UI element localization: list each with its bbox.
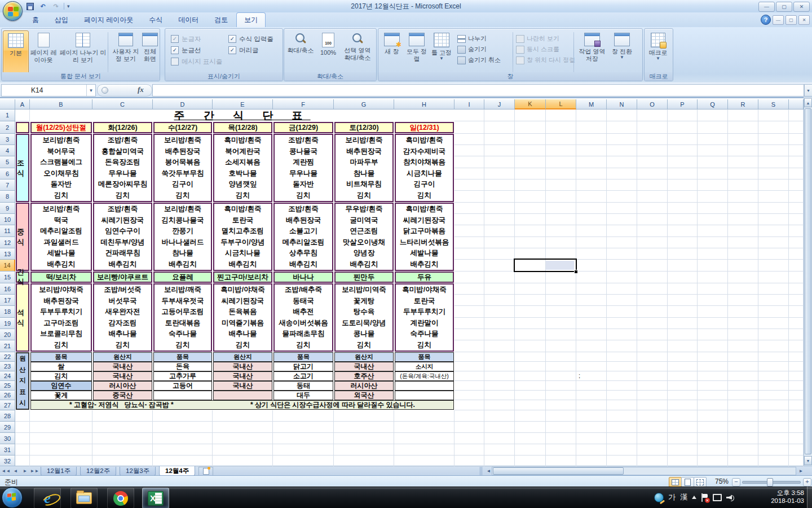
row-header-14[interactable]: 14 [0, 260, 15, 271]
row-header-3[interactable]: 3 [0, 134, 15, 145]
row-header-1[interactable]: 1 [0, 110, 15, 121]
normal-view-button[interactable]: 기본 [3, 30, 29, 75]
origin-item-cell[interactable]: 꽃게 [30, 391, 92, 400]
row-header-29[interactable]: 29 [0, 422, 15, 433]
hscroll-right-icon[interactable]: ► [796, 467, 806, 475]
origin-extra-cell[interactable]: 소시지 [395, 362, 454, 371]
column-header-S[interactable]: S [758, 99, 789, 110]
origin-item-cell[interactable]: 쌀 [30, 362, 92, 371]
day-header-cell[interactable]: 목(12/28) [213, 122, 272, 133]
name-box-dropdown-icon[interactable]: ▼ [86, 85, 95, 96]
arrange-all-button[interactable]: 모두 정렬 [404, 30, 429, 73]
sheet-tab-12월3주[interactable]: 12월3주 [120, 466, 156, 476]
row-header-17[interactable]: 17 [0, 295, 15, 306]
column-header-L[interactable]: L [546, 99, 576, 110]
ribbon-tab-보기[interactable]: 보기 [236, 12, 266, 27]
menu-cell[interactable]: 조밥/흰죽홍합살미역국돈육장조림무우나물메론장아찌무침김치 [93, 134, 152, 202]
zoom-100-button[interactable]: 100 100% [316, 30, 341, 73]
origin-extra-cell[interactable]: (돈육/계육:국내산) [395, 371, 454, 381]
workbook-minimize-icon[interactable]: — [773, 15, 784, 25]
column-header-N[interactable]: N [607, 99, 637, 110]
day-header-cell[interactable]: 일(12/31) [395, 122, 454, 133]
day-header-cell[interactable]: 월(12/25)성탄절 [30, 122, 92, 133]
ribbon-tab-데이터[interactable]: 데이터 [171, 13, 206, 27]
menu-cell[interactable]: 보리밥/흰죽북어무국스크램블에그오이채무침돌자반김치 [30, 134, 92, 202]
menu-cell[interactable]: 조밥/배추죽동태국배추전새송이버섯볶음물파래초무침김치 [273, 283, 333, 352]
page-break-preview-button[interactable]: 페이지 나누기 미리 보기 [59, 30, 107, 73]
menu-cell[interactable]: 흑미밥/흰죽씨레기된장국닭고구마볶음느타리버섯볶음세발나물배추김치 [395, 203, 454, 271]
snack-cell[interactable]: 찐만두 [334, 271, 394, 283]
cell-A2[interactable] [16, 122, 29, 133]
freeze-panes-button[interactable]: 틀 고정 ▼ [429, 30, 454, 73]
origin-value-cell[interactable]: 국내산 [93, 362, 152, 371]
menu-cell[interactable]: 보리밥/흰죽김치콩나물국깐풍기바나나샐러드참나물배추김치 [153, 203, 212, 271]
menu-cell[interactable]: 조밥/흰죽배추된장국소불고기메추리알조림상추무침배추김치 [273, 203, 333, 271]
origin-item-cell[interactable]: 닭고기 [273, 362, 333, 371]
menu-cell[interactable]: 무우밥/흰죽굴미역국연근조림맛살오이냉채양념장배추김치 [334, 203, 394, 271]
speaker-icon[interactable] [726, 493, 734, 501]
taskbar-ie-button[interactable]: e [34, 488, 61, 508]
menu-cell[interactable]: 보리밥/흰죽떡국메추리알조림과일샐러드세발나물배추김치 [30, 203, 92, 271]
row-header-32[interactable]: 32 [0, 456, 15, 467]
maximize-icon[interactable]: ▢ [776, 2, 792, 12]
row-header-19[interactable]: 19 [0, 318, 15, 329]
row-header-9[interactable]: 9 [0, 203, 15, 214]
row-header-21[interactable]: 21 [0, 340, 15, 352]
new-window-button[interactable]: 새 창 [379, 30, 404, 73]
workbook-close-icon[interactable]: ✕ [798, 15, 810, 25]
column-header-C[interactable]: C [92, 99, 153, 110]
zoom-level[interactable]: 75% [708, 478, 729, 485]
menu-cell[interactable]: 보리밥/깨죽두부새우젓국고등어무조림토란대볶음숙주나물김치 [153, 283, 212, 352]
menu-cell[interactable]: 조밥/흰죽씨레기된장국임연수구이데친두부/양념건파래무침배추김치 [93, 203, 152, 271]
origin-header-cell[interactable]: 원산지 [93, 352, 152, 362]
snack-cell[interactable]: 두유 [395, 271, 454, 283]
checkbox-메시지 표시줄[interactable]: 메시지 표시줄 [171, 56, 222, 67]
window-small-나누기[interactable]: 나누기 [457, 33, 501, 44]
origin-value-cell[interactable] [213, 391, 272, 400]
taskbar-explorer-button[interactable] [70, 488, 98, 508]
column-header-R[interactable]: R [728, 99, 758, 110]
column-header-B[interactable]: B [30, 99, 92, 110]
ribbon-tab-페이지 레이아웃[interactable]: 페이지 레이아웃 [77, 13, 140, 27]
row-header-4[interactable]: 4 [0, 145, 15, 156]
menu-cell[interactable]: 흑미밥/야채죽토란국두부두루치기계란말이숙주나물김치 [395, 283, 454, 352]
scroll-down-icon[interactable]: ▼ [804, 456, 812, 465]
origin-item-cell[interactable]: 동태 [273, 381, 333, 391]
menu-cell[interactable]: 흑미밥/흰죽감자수제비국참치야채볶음시금치나물김구이김치 [395, 134, 454, 202]
row-header-20[interactable]: 20 [0, 329, 15, 340]
header-corner[interactable] [0, 99, 15, 110]
workbook-restore-icon[interactable]: ▢ [785, 15, 797, 25]
column-header-K[interactable]: K [515, 99, 546, 110]
snack-cell[interactable]: 떡/보리차 [30, 271, 92, 283]
next-sheet-icon[interactable]: ► [20, 467, 30, 475]
snack-cell[interactable]: 보리빵/야쿠르트 [93, 271, 152, 283]
window-small-숨기기 취소[interactable]: 숨기기 취소 [457, 55, 501, 65]
menu-cell[interactable]: 보리밥/흰죽배추된장국마파두부참나물비트채무침김치 [334, 134, 394, 202]
menu-cell[interactable]: 조밥/버섯죽버섯무국새우완자전감자조림배추나물김치 [93, 283, 152, 352]
ribbon-tab-수식[interactable]: 수식 [142, 13, 170, 27]
origin-extra-cell[interactable] [395, 391, 454, 400]
ime-language-icon[interactable] [654, 493, 664, 502]
prev-sheet-icon[interactable]: ◄ [11, 467, 20, 475]
row-header-30[interactable]: 30 [0, 433, 15, 444]
menu-cell[interactable]: 조밥/흰죽콩나물국계란찜무우나물돌자반김치 [273, 134, 333, 202]
origin-item-cell[interactable]: 돈육 [153, 362, 212, 371]
zoom-to-selection-button[interactable]: 선택 영역 확대/축소 [341, 30, 374, 73]
row-header-11[interactable]: 11 [0, 225, 15, 237]
vertical-scrollbar[interactable]: ▲ ▼ [804, 98, 812, 466]
origin-header-cell[interactable]: 품목 [30, 352, 92, 362]
zoom-out-icon[interactable]: − [732, 478, 740, 487]
taskbar-clock[interactable]: 오후 3:58 2018-01-03 [753, 489, 804, 505]
origin-value-cell[interactable]: 러시아산 [93, 381, 152, 391]
column-header-J[interactable]: J [484, 99, 515, 110]
row-header-6[interactable]: 6 [0, 168, 15, 179]
row-header-16[interactable]: 16 [0, 283, 15, 295]
day-header-cell[interactable]: 수(12/27) [153, 122, 212, 133]
menu-cell[interactable]: 보리밥/흰죽배추된장국봉어묵볶음쑥갓두부무침김구이김치 [153, 134, 212, 202]
menu-cell[interactable]: 보리밥/미역죽꽃게탕탕수육도토리묵/양념콩나물김치 [334, 283, 394, 352]
day-header-cell[interactable]: 금(12/29) [273, 122, 333, 133]
column-header-A[interactable]: A [15, 99, 30, 110]
column-header-M[interactable]: M [576, 99, 607, 110]
column-header-O[interactable]: O [637, 99, 668, 110]
switch-windows-button[interactable]: 창 전환 ▼ [608, 30, 636, 73]
